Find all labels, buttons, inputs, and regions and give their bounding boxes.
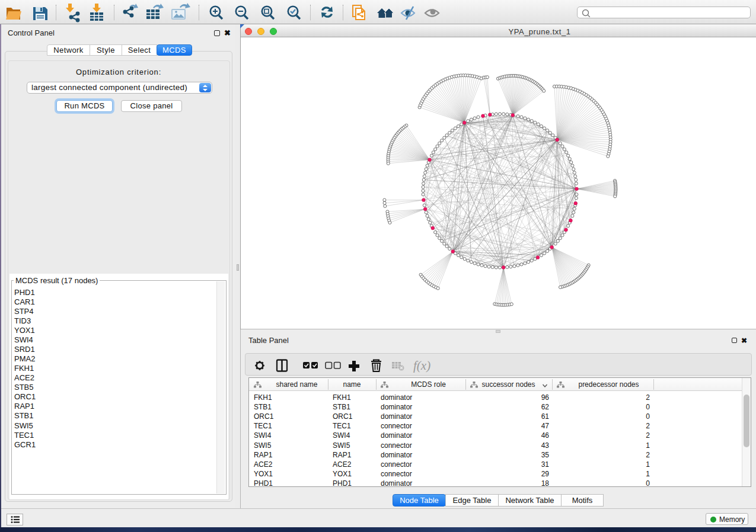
svg-text:f(x): f(x) [413,358,430,373]
